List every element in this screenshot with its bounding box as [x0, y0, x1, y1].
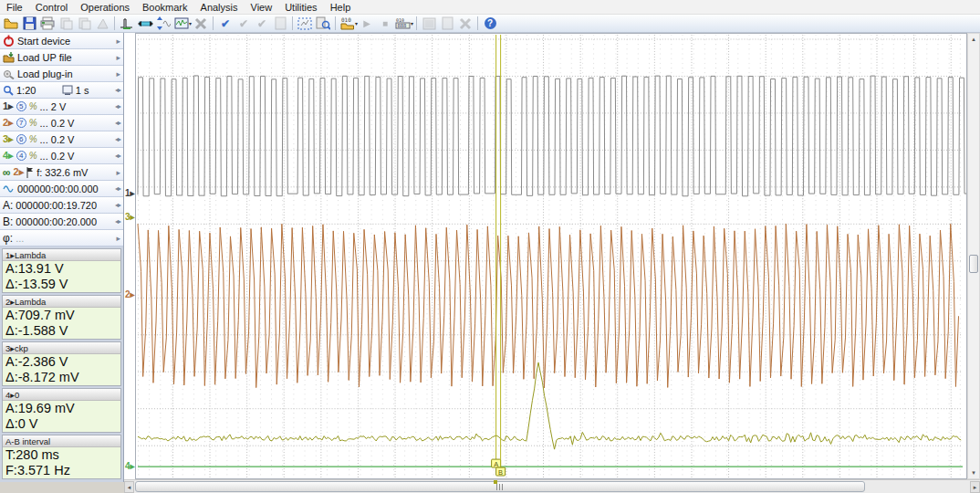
measure-panel-ab: A-B interval T:280 ms F:3.571 Hz: [2, 435, 121, 479]
start-device-row[interactable]: Start device ▸: [0, 33, 123, 49]
channel-2-row[interactable]: 2▸ 7 % ... 0.2 V ◂▸: [0, 115, 123, 131]
gray-x-icon: [459, 17, 472, 30]
load-up-file-label: Load UP file: [17, 52, 72, 63]
print-button[interactable]: [38, 16, 57, 32]
menu-item-bookmark[interactable]: Bookmark: [136, 2, 194, 13]
spin-arrows-icon[interactable]: ◂▸: [115, 201, 120, 209]
trigger-row[interactable]: ∞ 2▸ f: 332.6 mV ▸: [0, 164, 123, 181]
vertical-scrollbar[interactable]: ▴ ▾: [967, 33, 980, 479]
plot-marker-ch1[interactable]: 1▸: [125, 188, 135, 199]
menu-item-utilities[interactable]: Utilities: [278, 2, 323, 13]
stop-script-button: ■: [376, 16, 394, 32]
phase-row[interactable]: φ: ... ▸: [0, 230, 123, 246]
trigger-level-value[interactable]: 332.6 mV: [45, 167, 88, 178]
horizontal-scrollbar[interactable]: ◂ ▸: [124, 479, 980, 493]
accept-button[interactable]: ✔: [216, 16, 235, 32]
play-icon: ▶: [363, 18, 370, 28]
vertical-scale-button[interactable]: [154, 16, 172, 32]
scroll-down-icon[interactable]: ▾: [968, 468, 979, 477]
scroll-right-icon[interactable]: ▸: [970, 481, 980, 493]
measure-panel-dropdown-icon[interactable]: ▾: [411, 20, 413, 26]
panel-value-t: T:280 ms: [3, 447, 120, 463]
spin-arrows-icon[interactable]: ◂▸: [115, 217, 120, 226]
scroll-left-icon[interactable]: ◂: [124, 481, 134, 493]
menu-item-operations[interactable]: Operations: [74, 2, 136, 13]
channel-2-input-badge[interactable]: 7: [16, 118, 26, 128]
menu-bar: File Control Operations Bookmark Analysi…: [0, 0, 980, 15]
spin-arrows-icon[interactable]: ◂▸: [115, 119, 120, 127]
oscilloscope-canvas[interactable]: AB: [135, 33, 967, 479]
delete-button: [192, 16, 210, 32]
inspect-page-button[interactable]: [314, 16, 332, 32]
chevron-right-icon[interactable]: ▸: [116, 234, 120, 243]
scale-arrows-icon: [156, 16, 171, 30]
cursor-b-row[interactable]: B: 000000:00:20.000 ◂▸: [0, 214, 123, 230]
panel-value-delta: Δ:-1.588 V: [3, 323, 120, 339]
spin-arrows-icon[interactable]: ◂▸: [115, 135, 120, 143]
toolbar-separator: [335, 16, 336, 30]
chevron-right-icon[interactable]: ▸: [116, 53, 120, 62]
save-button[interactable]: [20, 16, 38, 32]
panel-value-a: A:13.91 V: [3, 261, 120, 277]
menu-item-view[interactable]: View: [245, 2, 279, 13]
channel-2-range[interactable]: ... 0.2 V: [40, 118, 75, 129]
menu-item-control[interactable]: Control: [29, 2, 74, 13]
horizontal-scroll-thumb[interactable]: [135, 481, 865, 492]
open-folder-icon: [4, 16, 18, 31]
load-plugin-row[interactable]: Load plug-in ▸: [0, 66, 123, 82]
plot-marker-ch3[interactable]: 3▸: [125, 212, 135, 223]
menu-item-help[interactable]: Help: [324, 2, 358, 13]
channel-3-range[interactable]: ... 0.2 V: [40, 134, 75, 145]
channel-3-input-badge[interactable]: 6: [16, 134, 26, 144]
channel-1-row[interactable]: 1▸ 5 % ... 2 V ◂▸: [0, 99, 123, 115]
trigger-channel[interactable]: 2▸: [14, 166, 25, 178]
plot-marker-ch2[interactable]: 2▸: [125, 289, 135, 300]
load-up-file-row[interactable]: Load UP file ▸: [0, 49, 123, 66]
svg-text:A: A: [494, 460, 498, 468]
spin-arrows-icon[interactable]: ◂▸: [115, 152, 120, 160]
chevron-right-icon[interactable]: ▸: [116, 37, 120, 46]
menu-item-file[interactable]: File: [0, 2, 29, 13]
chevron-right-icon[interactable]: ▸: [116, 69, 120, 79]
panel-header: 1▸Lambda: [3, 249, 120, 261]
timebase-value[interactable]: 1 s: [76, 85, 89, 96]
spin-arrows-icon[interactable]: ◂▸: [115, 184, 120, 193]
channel-3-row[interactable]: 3▸ 6 % ... 0.2 V ◂▸: [0, 131, 123, 148]
impulse-mode-button[interactable]: [118, 16, 136, 32]
sheet-icon: [275, 16, 287, 30]
markers-button[interactable]: [136, 16, 154, 32]
toolbar: ▾ ✔ ✔ ✔ 010 ▾ ▶ ■ 010888 ▾ ?: [0, 15, 980, 33]
menu-item-analysis[interactable]: Analysis: [194, 2, 245, 13]
cursor-position-tick: [494, 480, 497, 484]
scroll-up-icon[interactable]: ▴: [968, 35, 979, 44]
svg-text:B: B: [498, 468, 503, 477]
help-button[interactable]: ?: [481, 16, 499, 32]
panel-header: A-B interval: [3, 435, 120, 447]
vertical-scroll-thumb[interactable]: [969, 255, 978, 273]
display-mode-button[interactable]: [172, 16, 191, 32]
cursor-a-row[interactable]: A: 000000:00:19.720 ◂▸: [0, 197, 123, 214]
spin-arrows-icon[interactable]: ◂▸: [115, 86, 120, 94]
page-magnifier-icon: [316, 16, 330, 30]
channel-1-range[interactable]: ... 2 V: [40, 101, 67, 112]
zoom-ratio-value[interactable]: 1:20: [16, 85, 36, 96]
plot-marker-ch4[interactable]: 4▸: [125, 461, 135, 472]
cursor-b-value[interactable]: 000000:00:20.000: [16, 216, 97, 227]
digits-display-icon: 010888: [395, 17, 412, 29]
open-file-button[interactable]: [2, 16, 20, 32]
measure-panel-button[interactable]: 010888: [394, 16, 412, 32]
spin-arrows-icon[interactable]: ◂▸: [115, 102, 120, 110]
channel-1-input-badge[interactable]: 5: [16, 101, 26, 111]
waveform-area[interactable]: 1▸ 3▸ 2▸ 4▸ AB ▴ ▾ ◂ ▸: [124, 33, 980, 493]
channel-4-input-badge[interactable]: 4: [16, 151, 26, 161]
cursor-a-value[interactable]: 000000:00:19.720: [16, 200, 97, 211]
channel-4-row[interactable]: 4▸ 4 % ... 0.2 V ◂▸: [0, 148, 123, 164]
time-position-row[interactable]: 000000:00:00.000 ◂▸: [0, 181, 123, 197]
select-region-button[interactable]: [296, 16, 314, 32]
time-position-value[interactable]: 000000:00:00.000: [17, 184, 99, 194]
load-script-button[interactable]: 010: [339, 16, 357, 32]
channel-4-range[interactable]: ... 0.2 V: [40, 151, 75, 162]
chevron-right-icon[interactable]: ▸: [116, 168, 120, 177]
scroll-grip-icon[interactable]: [496, 484, 503, 490]
zoom-timebase-row[interactable]: 1:20 1 s ◂▸: [0, 82, 123, 99]
